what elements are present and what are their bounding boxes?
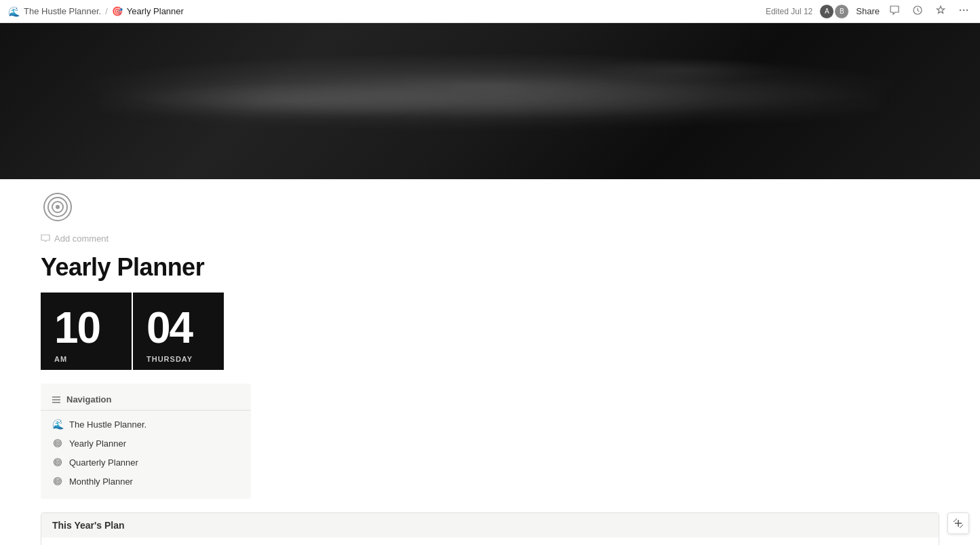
zoom-button[interactable]: [947, 512, 969, 534]
svg-point-7: [56, 205, 60, 209]
clock-ampm: AM: [54, 355, 67, 363]
nav-quarterly-icon: [52, 456, 64, 468]
favorite-icon-button[interactable]: [933, 3, 949, 20]
history-icon-button[interactable]: [909, 3, 926, 20]
nav-hustle-label: The Hustle Planner.: [69, 419, 146, 430]
nav-quarterly-label: Quarterly Planner: [69, 457, 138, 468]
comment-small-icon: [41, 234, 50, 244]
nav-monthly-label: Monthly Planner: [69, 476, 133, 487]
svg-point-1: [960, 9, 961, 10]
month-row[interactable]: ▼ January: [41, 538, 939, 545]
add-comment-area[interactable]: Add comment: [0, 229, 980, 248]
svg-line-23: [960, 525, 963, 528]
top-bar-actions: Edited Jul 12 A B Share: [766, 3, 972, 20]
collaborator-avatars: A B: [819, 4, 849, 19]
clock-day: THURSDAY: [146, 355, 193, 363]
nav-item-yearly-planner[interactable]: Yearly Planner: [41, 434, 251, 453]
history-icon: [912, 5, 923, 16]
breadcrumb-separator: /: [105, 6, 108, 16]
breadcrumb-page-title[interactable]: Yearly Planner: [127, 6, 184, 16]
nav-yearly-icon: [52, 437, 64, 449]
nav-item-quarterly-planner[interactable]: Quarterly Planner: [41, 453, 251, 472]
svg-point-18: [56, 479, 60, 484]
nav-item-monthly-planner[interactable]: Monthly Planner: [41, 472, 251, 491]
clock-hour-panel: 10 AM: [41, 293, 133, 370]
star-icon: [935, 5, 946, 16]
add-comment-label: Add comment: [54, 233, 109, 244]
svg-point-2: [963, 9, 964, 10]
nav-monthly-icon: [52, 475, 64, 487]
hero-image: [0, 23, 980, 179]
svg-point-16: [57, 462, 59, 464]
page-icon[interactable]: [41, 190, 75, 224]
nav-yearly-label: Yearly Planner: [69, 438, 126, 449]
nav-item-hustle-planner[interactable]: 🌊 The Hustle Planner.: [41, 415, 251, 434]
avatar-1: A: [819, 4, 834, 19]
navigation-header: Navigation: [41, 392, 251, 411]
more-options-button[interactable]: [956, 3, 972, 20]
more-icon: [958, 5, 969, 16]
avatar-2: B: [834, 4, 849, 19]
page-icon-small: 🎯: [112, 6, 123, 16]
svg-point-3: [966, 9, 968, 10]
navigation-label: Navigation: [66, 394, 111, 405]
table-title: This Year's Plan: [41, 513, 939, 538]
svg-point-13: [57, 443, 59, 445]
svg-point-15: [56, 460, 60, 465]
clock-minute-panel: 04 THURSDAY: [133, 293, 224, 370]
target-icon-svg: [41, 191, 74, 223]
nav-hustle-icon: 🌊: [52, 418, 64, 430]
svg-line-22: [954, 519, 957, 522]
workspace-icon: 🌊: [8, 6, 20, 17]
workspace-name[interactable]: The Hustle Planner.: [24, 6, 101, 16]
table-section: This Year's Plan ▼ January Date Plan 1st…: [0, 512, 980, 545]
svg-point-12: [56, 441, 60, 446]
clock-hour: 10: [54, 306, 100, 350]
page-title: Yearly Planner: [0, 248, 980, 293]
page-icon-area: [0, 179, 980, 229]
comment-icon: [889, 5, 900, 16]
top-bar: 🌊 The Hustle Planner. / 🎯 Yearly Planner…: [0, 0, 980, 23]
clock-minute: 04: [146, 306, 192, 350]
breadcrumb: 🌊 The Hustle Planner. / 🎯 Yearly Planner: [8, 6, 184, 17]
comment-icon-button[interactable]: [886, 3, 903, 20]
navigation-section: Navigation 🌊 The Hustle Planner. Yearly …: [41, 383, 251, 499]
share-button[interactable]: Share: [856, 6, 880, 16]
zoom-icon: [952, 517, 964, 529]
svg-point-19: [57, 481, 59, 483]
clock-widget: 10 AM 04 THURSDAY: [41, 293, 224, 370]
menu-lines-icon: [52, 395, 61, 405]
content-area: Add comment Yearly Planner 10 AM 04 THUR…: [0, 23, 980, 545]
edited-timestamp: Edited Jul 12: [766, 7, 812, 16]
main-layout: Add comment Yearly Planner 10 AM 04 THUR…: [0, 23, 980, 545]
plan-table-outer: This Year's Plan ▼ January Date Plan 1st…: [41, 512, 939, 545]
